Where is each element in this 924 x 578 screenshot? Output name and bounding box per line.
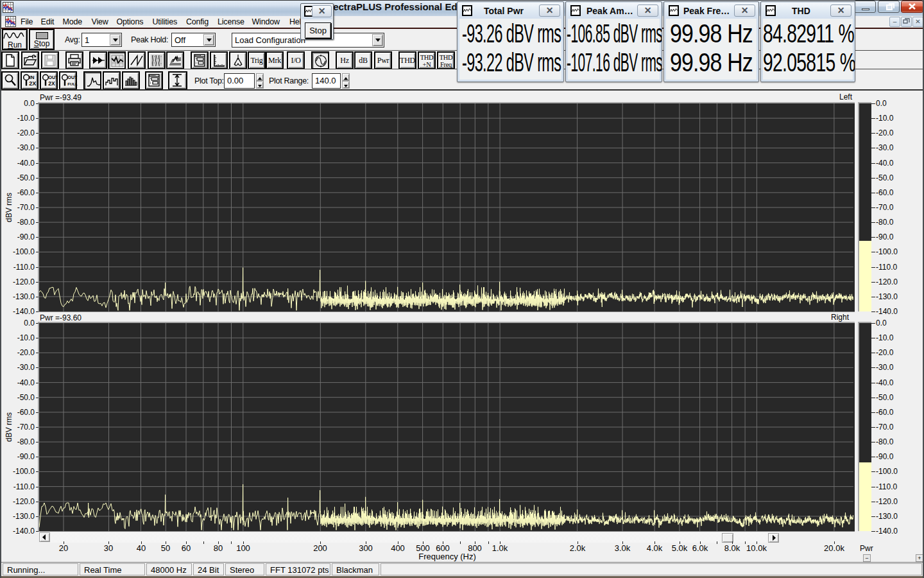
svg-text:OUT: OUT	[49, 75, 58, 80]
svg-text:OUT: OUT	[68, 75, 78, 80]
svg-text:2X: 2X	[29, 80, 36, 87]
svg-text:IN: IN	[30, 74, 35, 80]
svg-text:2X: 2X	[48, 80, 55, 87]
svg-text:FULL: FULL	[67, 82, 78, 86]
